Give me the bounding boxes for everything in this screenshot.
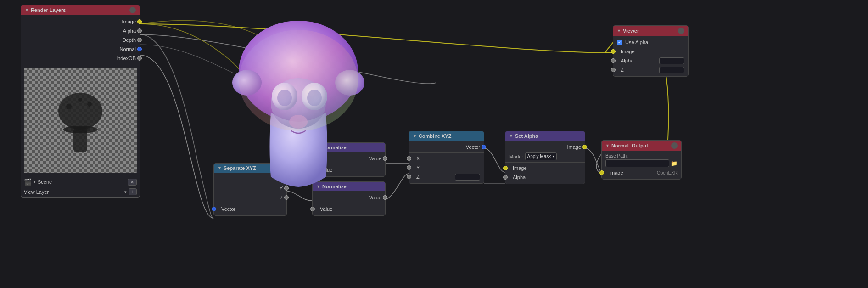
normal-output-image-socket-left[interactable] [599,170,604,175]
combine-z-label: Z [416,174,420,180]
set-alpha-image-out-socket[interactable] [582,145,587,149]
base-path-input[interactable]: normal [605,159,669,167]
viewer-alpha-row: Alpha 1.000 [613,56,688,65]
output-normal-label: Normal [120,46,136,52]
add-view-layer-button[interactable]: + [129,188,137,195]
separator [214,203,286,203]
output-alpha-socket[interactable] [137,28,142,33]
normal-output-format: OpenEXR [657,170,678,175]
viewer-header: ▼ Viewer [613,26,688,36]
separate-y-socket[interactable] [284,186,289,191]
set-alpha-image-in-socket[interactable] [503,166,508,170]
viewer-title: Viewer [623,28,639,34]
set-alpha-image-in-label: Image [513,165,527,171]
set-alpha-image-out-label: Image [567,144,581,150]
collapse-chevron: ▼ [25,8,29,12]
normalize-1-value-out-socket[interactable] [383,156,387,161]
view-layer-bar: View Layer ▾ + [21,187,140,197]
combine-vector-socket[interactable] [482,145,486,149]
normalize-2-value-in-socket[interactable] [310,207,315,211]
normal-output-icon [671,142,678,149]
set-alpha-chevron: ▼ [509,134,513,138]
node-normalize-1[interactable]: ▼ Normalize Value Value [312,142,386,177]
node-render-layers[interactable]: ▼ Render Layers Image Alpha Depth Normal… [21,5,140,198]
viewer-alpha-input[interactable]: 1.000 [659,57,684,64]
separate-z-socket[interactable] [284,195,289,200]
set-alpha-mode-label: Mode: [509,154,523,159]
close-button[interactable]: ✕ [128,179,137,186]
set-alpha-image-in-row: Image [505,164,585,173]
viewer-z-socket[interactable] [611,68,616,72]
render-layers-header: ▼ Render Layers [21,5,140,15]
node-normal-output[interactable]: ▼ Normal_Output Base Path: normal 📁 Imag… [601,140,682,180]
normalize-1-header: ▼ Normalize [313,143,385,152]
viewer-z-row: Z 1.000 [613,65,688,74]
node-normalize-2[interactable]: ▼ Normalize Value Value [312,181,386,216]
set-alpha-mode-value: Apply Mask [527,154,551,159]
svg-point-6 [239,21,358,122]
combine-xyz-header: ▼ Combine XYZ [409,131,484,141]
viewer-alpha-socket[interactable] [611,58,616,63]
svg-point-12 [232,70,262,96]
render-layers-title: Render Layers [31,7,66,13]
node-viewer[interactable]: ▼ Viewer ✓ Use Alpha Image Alpha 1.000 Z… [613,25,689,77]
output-depth-label: Depth [123,37,136,43]
combine-z-row: Z 1.000 [409,172,484,181]
output-depth-row: Depth [21,35,140,45]
svg-point-1 [66,104,72,109]
normal-output-content: Base Path: normal 📁 Image OpenEXR [602,151,681,179]
separate-vector-row: Vector [214,204,286,214]
folder-icon[interactable]: 📁 [671,160,678,167]
viewer-alpha-label: Alpha [621,58,633,63]
combine-vector-row: Vector [409,142,484,152]
separate-y-row: Y [214,184,286,193]
viewer-icon [678,28,684,34]
dropdown-arrow-layer: ▾ [124,190,127,194]
separate-x-socket[interactable] [284,177,289,181]
node-combine-xyz[interactable]: ▼ Combine XYZ Vector X Y Z 1.000 [409,131,484,184]
output-indexob-socket[interactable] [137,56,142,61]
normalize-2-content: Value Value [313,191,385,215]
set-alpha-alpha-row: Alpha [505,173,585,182]
viewer-image-row: Image [613,47,688,56]
normal-output-chevron: ▼ [605,143,610,148]
node-separate-xyz[interactable]: ▼ Separate XYZ X Y Z Vector [213,163,287,216]
use-alpha-label: Use Alpha [625,40,648,45]
viewer-z-input[interactable]: 1.000 [659,67,684,73]
output-depth-socket[interactable] [137,38,142,42]
viewer-z-label: Z [621,67,624,73]
combine-z-input[interactable]: 1.000 [455,174,480,181]
combine-z-socket[interactable] [407,175,411,179]
normal-output-image-label: Image [605,170,623,175]
base-path-label: Base Path: [605,153,628,158]
svg-point-10 [302,83,327,110]
normalize-2-value-out-label: Value [369,195,381,200]
use-alpha-checkbox[interactable]: ✓ [617,40,622,45]
separate-z-label: Z [280,195,283,200]
normalize-2-value-out-socket[interactable] [383,195,387,200]
combine-xyz-content: Vector X Y Z 1.000 [409,141,484,183]
output-image-socket[interactable] [137,19,142,24]
set-alpha-title: Set Alpha [515,133,538,139]
separator [313,164,385,164]
separate-xyz-title: Separate XYZ [224,165,256,171]
svg-point-13 [335,70,364,96]
separator [409,152,484,153]
normalize-1-value-in-socket[interactable] [310,168,315,172]
svg-point-7 [271,78,326,129]
output-normal-socket[interactable] [137,47,142,51]
combine-y-socket[interactable] [407,165,411,170]
separate-x-row: X [214,175,286,184]
separate-xyz-content: X Y Z Vector [214,173,286,215]
normalize-2-value-out-row: Value [313,193,385,202]
view-layer-label: View Layer [24,189,123,195]
combine-x-socket[interactable] [407,156,411,161]
set-alpha-alpha-socket[interactable] [503,175,508,180]
separate-vector-socket[interactable] [212,207,216,211]
set-alpha-mode-dropdown[interactable]: Apply Mask ▾ [525,152,557,160]
viewer-image-socket[interactable] [611,49,616,54]
node-set-alpha[interactable]: ▼ Set Alpha Image Mode: Apply Mask ▾ Ima… [505,131,585,184]
separator [505,162,585,163]
render-preview [24,68,137,173]
combine-xyz-chevron: ▼ [413,134,417,138]
